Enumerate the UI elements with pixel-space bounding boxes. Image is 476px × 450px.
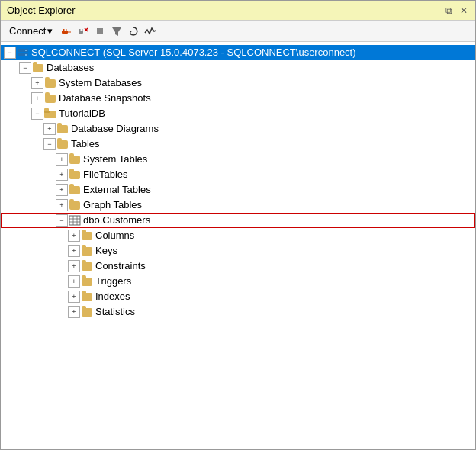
expand-system-databases[interactable]: + <box>31 77 43 89</box>
expand-tutorialdb[interactable]: − <box>31 108 43 120</box>
expand-database-diagrams[interactable]: + <box>43 123 56 135</box>
filter-icon[interactable] <box>110 24 124 38</box>
expand-system-tables[interactable]: + <box>56 153 68 166</box>
close-button[interactable]: ✕ <box>458 5 469 16</box>
expand-statistics[interactable]: + <box>68 306 80 318</box>
svg-point-14 <box>25 50 27 51</box>
title-bar: Object Explorer ─ ⧉ ✕ <box>1 1 475 21</box>
file-tables-folder-icon <box>69 169 81 181</box>
connect-button[interactable]: Connect ▾ <box>5 23 56 39</box>
server-icon <box>17 47 29 59</box>
svg-rect-9 <box>97 28 103 34</box>
connect-dropdown-arrow: ▾ <box>47 25 53 37</box>
expand-indexes[interactable]: + <box>68 291 80 303</box>
tree-node-indexes[interactable]: + Indexes <box>1 289 475 304</box>
disconnect-icon[interactable] <box>76 24 90 38</box>
database-snapshots-label: Database Snapshots <box>59 92 151 105</box>
tables-label: Tables <box>71 137 100 151</box>
tree-node-root[interactable]: − SQLCONNECT (SQL Server 15.0.4073.23 - … <box>1 45 475 60</box>
tree-node-dbo-customers[interactable]: − dbo.Customers <box>1 213 475 228</box>
svg-point-15 <box>25 54 27 56</box>
columns-folder-icon <box>81 230 93 242</box>
system-databases-label: System Databases <box>59 76 142 90</box>
databases-label: Databases <box>47 61 94 75</box>
svg-rect-0 <box>62 31 68 34</box>
database-snapshots-folder-icon <box>44 92 56 104</box>
activity-monitor-icon[interactable] <box>143 24 157 38</box>
connect-label: Connect <box>9 25 46 37</box>
svg-marker-10 <box>112 27 121 36</box>
graph-tables-label: Graph Tables <box>83 198 142 212</box>
tree-node-statistics[interactable]: + Statistics <box>1 304 475 320</box>
svg-rect-18 <box>44 108 49 111</box>
indexes-folder-icon <box>81 291 93 303</box>
pin-button[interactable]: ─ <box>429 5 439 16</box>
system-databases-folder-icon <box>44 77 56 89</box>
statistics-label: Statistics <box>95 305 135 319</box>
expand-dbo-customers[interactable]: − <box>56 214 68 227</box>
svg-rect-1 <box>67 31 71 32</box>
expand-columns[interactable]: + <box>68 230 80 242</box>
triggers-label: Triggers <box>95 275 131 288</box>
tree-node-database-snapshots[interactable]: + Database Snapshots <box>1 91 475 106</box>
tutorialdb-folder-icon <box>44 108 56 120</box>
dbo-customers-label: dbo.Customers <box>83 214 150 227</box>
dbo-customers-table-icon <box>69 214 81 227</box>
expand-root[interactable]: − <box>4 47 16 59</box>
object-explorer-tree[interactable]: − SQLCONNECT (SQL Server 15.0.4073.23 - … <box>1 42 475 449</box>
tree-node-tables[interactable]: − Tables <box>1 137 475 152</box>
external-tables-folder-icon <box>69 184 81 196</box>
external-tables-label: External Tables <box>83 183 151 197</box>
svg-rect-8 <box>82 29 83 31</box>
tree-node-tutorialdb[interactable]: − TutorialDB <box>1 106 475 121</box>
tree-node-system-tables[interactable]: + System Tables <box>1 152 475 167</box>
stop-icon[interactable] <box>93 24 107 38</box>
tree-node-system-databases[interactable]: + System Databases <box>1 76 475 91</box>
svg-rect-19 <box>69 216 80 225</box>
tree-node-keys[interactable]: + Keys <box>1 243 475 259</box>
expand-file-tables[interactable]: + <box>56 169 68 181</box>
indexes-label: Indexes <box>95 290 130 304</box>
keys-folder-icon <box>81 245 93 257</box>
svg-rect-3 <box>66 29 67 31</box>
constraints-label: Constraints <box>95 259 146 273</box>
system-tables-folder-icon <box>69 153 81 166</box>
tree-node-columns[interactable]: + Columns <box>1 228 475 243</box>
tree-node-database-diagrams[interactable]: + Database Diagrams <box>1 121 475 137</box>
refresh-icon[interactable] <box>127 24 140 38</box>
triggers-folder-icon <box>81 275 93 288</box>
tree-node-graph-tables[interactable]: + Graph Tables <box>1 198 475 213</box>
statistics-folder-icon <box>81 306 93 318</box>
expand-database-snapshots[interactable]: + <box>31 92 43 104</box>
expand-databases[interactable]: − <box>19 62 31 74</box>
columns-label: Columns <box>95 229 134 243</box>
expand-tables[interactable]: − <box>43 138 56 150</box>
tables-folder-icon <box>56 138 69 150</box>
new-connection-icon[interactable] <box>60 24 73 38</box>
toolbar: Connect ▾ <box>1 21 475 42</box>
expand-keys[interactable]: + <box>68 245 80 257</box>
tree-node-databases[interactable]: − Databases <box>1 60 475 76</box>
keys-label: Keys <box>95 244 117 258</box>
tree-node-triggers[interactable]: + Triggers <box>1 274 475 289</box>
tree-node-constraints[interactable]: + Constraints <box>1 259 475 274</box>
database-diagrams-folder-icon <box>56 123 69 135</box>
graph-tables-folder-icon <box>69 199 81 211</box>
database-diagrams-label: Database Diagrams <box>71 122 159 136</box>
float-button[interactable]: ⧉ <box>444 5 454 16</box>
object-explorer-window: Object Explorer ─ ⧉ ✕ Connect ▾ <box>0 0 476 450</box>
databases-folder-icon <box>32 62 44 74</box>
system-tables-label: System Tables <box>83 153 147 166</box>
svg-rect-7 <box>79 29 81 31</box>
expand-triggers[interactable]: + <box>68 275 80 288</box>
constraints-folder-icon <box>81 260 93 272</box>
expand-constraints[interactable]: + <box>68 260 80 272</box>
tree-node-file-tables[interactable]: + FileTables <box>1 167 475 182</box>
expand-graph-tables[interactable]: + <box>56 199 68 211</box>
svg-marker-11 <box>130 31 132 33</box>
file-tables-label: FileTables <box>83 168 128 182</box>
root-label: SQLCONNECT (SQL Server 15.0.4073.23 - SQ… <box>31 46 356 59</box>
tutorialdb-label: TutorialDB <box>59 107 105 121</box>
expand-external-tables[interactable]: + <box>56 184 68 196</box>
tree-node-external-tables[interactable]: + External Tables <box>1 182 475 198</box>
